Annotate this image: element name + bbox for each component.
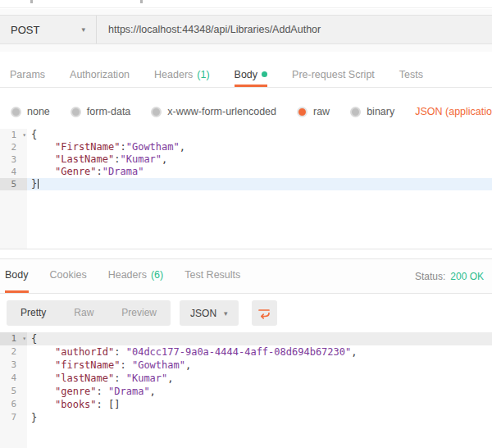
radio-form-data[interactable]: form-data — [71, 106, 131, 117]
top-strip — [0, 0, 492, 8]
fold-arrow-icon[interactable]: ▾ — [22, 332, 26, 345]
response-tabs: Body Cookies Headers (6) Test Results St… — [0, 258, 492, 294]
tab-response-headers[interactable]: Headers (6) — [108, 259, 164, 293]
radio-icon — [151, 107, 162, 117]
tab-test-results[interactable]: Test Results — [184, 259, 240, 293]
radio-icon — [11, 107, 21, 117]
preview-button[interactable]: Preview — [107, 300, 171, 326]
tab-tests[interactable]: Tests — [399, 64, 423, 87]
wrap-lines-icon — [257, 306, 271, 321]
request-tabs: Params Authorization Headers (1) Body Pr… — [0, 64, 492, 88]
code-line: 3 "firstName": "Gowtham", — [0, 359, 492, 372]
format-select[interactable]: JSON ▾ — [180, 300, 239, 326]
view-mode-group: Pretty Raw Preview — [7, 300, 171, 326]
response-body-editor[interactable]: 1▾ { 2 "authorId": "04dcc177-9a0a-4444-4… — [0, 332, 492, 448]
code-line: 5 "genre": "Drama", — [0, 385, 492, 398]
headers-count-badge: (1) — [197, 69, 209, 80]
radio-x-www-form-urlencoded[interactable]: x-www-form-urlencoded — [151, 106, 276, 117]
radio-binary[interactable]: binary — [350, 106, 394, 117]
content-type-select[interactable]: JSON (application/json — [415, 106, 492, 117]
code-line: 3 "LastName":"Kumar", — [0, 153, 492, 166]
wrap-lines-button[interactable] — [252, 300, 277, 326]
method-label: POST — [11, 24, 39, 36]
radio-icon — [350, 107, 361, 117]
method-select[interactable]: POST ▾ — [0, 16, 97, 43]
tab-cookies[interactable]: Cookies — [50, 259, 87, 293]
response-headers-count-badge: (6) — [151, 269, 163, 281]
tab-response-body[interactable]: Body — [5, 259, 29, 293]
postman-window: POST ▾ https://localhost:44348/api/Libra… — [0, 0, 492, 448]
fold-arrow-icon[interactable]: ▾ — [22, 129, 26, 141]
code-line: 1▾ { — [0, 129, 492, 141]
tab-pre-request-script[interactable]: Pre-request Script — [292, 64, 375, 87]
tab-authorization[interactable]: Authorization — [70, 64, 130, 87]
request-body-editor[interactable]: 1▾ { 2 "FirstName":"Gowtham", 3 "LastNam… — [0, 129, 492, 249]
radio-selected-icon — [297, 107, 308, 117]
tab-params[interactable]: Params — [10, 64, 45, 87]
body-type-row: none form-data x-www-form-urlencoded raw… — [0, 95, 492, 128]
pretty-button[interactable]: Pretty — [7, 300, 60, 326]
raw-button[interactable]: Raw — [60, 300, 107, 326]
code-line: 2 "FirstName":"Gowtham", — [0, 141, 492, 153]
status-label: Status: — [415, 271, 445, 282]
radio-none[interactable]: none — [11, 106, 50, 117]
response-toolbar: Pretty Raw Preview JSON ▾ — [0, 294, 492, 332]
code-line: 7 } — [0, 411, 492, 424]
code-line: 6 "books": [] — [0, 398, 492, 411]
code-line-active: 5 } — [0, 178, 492, 190]
text-cursor — [38, 179, 39, 189]
status-badge: 200 OK — [450, 271, 484, 282]
tab-headers[interactable]: Headers (1) — [154, 64, 210, 87]
code-line-active: 1▾ { — [0, 332, 492, 345]
radio-raw[interactable]: raw — [297, 106, 330, 117]
body-filled-dot-icon — [262, 71, 267, 77]
code-line: 4 "lastName": "Kumar", — [0, 372, 492, 385]
url-input[interactable]: https://localhost:44348/api/Libraries/Ad… — [97, 16, 492, 43]
tab-body[interactable]: Body — [235, 64, 268, 87]
code-line: 2 "authorId": "04dcc177-9a0a-4444-4aff-0… — [0, 345, 492, 359]
code-line: 4 "Genre":"Drama" — [0, 166, 492, 178]
chevron-down-icon: ▾ — [81, 25, 85, 34]
url-text: https://localhost:44348/api/Libraries/Ad… — [108, 24, 321, 35]
chevron-down-icon: ▾ — [224, 309, 228, 318]
request-url-bar: POST ▾ https://localhost:44348/api/Libra… — [0, 15, 492, 44]
radio-icon — [71, 107, 81, 117]
status-area: Status: 200 OK — [415, 259, 492, 293]
